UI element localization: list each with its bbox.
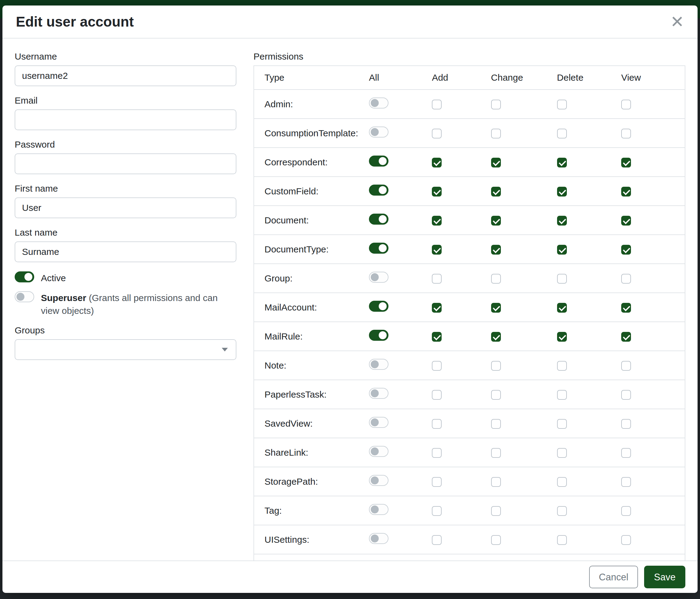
- perm-view-checkbox[interactable]: [621, 390, 631, 400]
- perm-all-toggle[interactable]: [369, 388, 389, 399]
- perm-delete-checkbox[interactable]: [557, 390, 567, 400]
- perm-all-toggle[interactable]: [369, 185, 389, 196]
- perm-all-toggle[interactable]: [369, 359, 389, 370]
- last-name-input[interactable]: [15, 241, 236, 262]
- perm-all-toggle[interactable]: [369, 126, 389, 138]
- perm-delete-checkbox[interactable]: [557, 187, 567, 196]
- perm-add-checkbox[interactable]: [432, 245, 442, 255]
- close-button[interactable]: ✕: [670, 14, 684, 30]
- perm-add-checkbox[interactable]: [432, 390, 442, 400]
- perm-change-checkbox[interactable]: [491, 216, 501, 225]
- perm-delete-checkbox[interactable]: [557, 245, 567, 255]
- superuser-toggle[interactable]: [15, 291, 34, 302]
- perm-change-checkbox[interactable]: [491, 506, 501, 516]
- perm-view-checkbox[interactable]: [621, 332, 631, 342]
- perm-all-toggle[interactable]: [369, 330, 389, 341]
- perm-add-checkbox[interactable]: [432, 419, 442, 429]
- perm-all-toggle[interactable]: [369, 301, 389, 312]
- perm-all-toggle[interactable]: [369, 417, 389, 428]
- perm-all-toggle[interactable]: [369, 214, 389, 224]
- perm-view-checkbox[interactable]: [621, 419, 631, 429]
- perm-add-checkbox[interactable]: [432, 187, 442, 196]
- perm-add-checkbox[interactable]: [432, 216, 442, 225]
- permission-row: User:: [254, 554, 685, 560]
- perm-add-checkbox[interactable]: [432, 477, 442, 487]
- perm-add-checkbox[interactable]: [432, 448, 442, 458]
- perm-add-checkbox[interactable]: [432, 129, 442, 139]
- groups-select[interactable]: [15, 339, 236, 360]
- perm-delete-checkbox[interactable]: [557, 535, 567, 545]
- perm-change-checkbox[interactable]: [491, 187, 501, 196]
- perm-view-checkbox[interactable]: [621, 448, 631, 458]
- perm-view-checkbox[interactable]: [621, 245, 631, 255]
- perm-all-toggle[interactable]: [369, 446, 389, 457]
- perm-view-checkbox[interactable]: [621, 129, 631, 139]
- perm-change-checkbox[interactable]: [491, 448, 501, 458]
- perm-delete-checkbox[interactable]: [557, 129, 567, 139]
- perm-add-checkbox[interactable]: [432, 535, 442, 545]
- perm-change-checkbox[interactable]: [491, 535, 501, 545]
- perm-change-checkbox[interactable]: [491, 129, 501, 139]
- perm-view-checkbox[interactable]: [621, 158, 631, 167]
- perm-delete-checkbox[interactable]: [557, 100, 567, 110]
- username-input[interactable]: [15, 65, 236, 86]
- perm-add-checkbox[interactable]: [432, 158, 442, 167]
- perm-view-checkbox[interactable]: [621, 216, 631, 225]
- perm-delete-checkbox[interactable]: [557, 361, 567, 371]
- perm-change-checkbox[interactable]: [491, 477, 501, 487]
- perm-delete-checkbox[interactable]: [557, 332, 567, 342]
- first-name-input[interactable]: [15, 197, 236, 218]
- perm-all-toggle[interactable]: [369, 155, 389, 167]
- cancel-button[interactable]: Cancel: [589, 566, 638, 588]
- perm-change-checkbox[interactable]: [491, 303, 501, 313]
- perm-type-label: ShareLink:: [265, 448, 308, 457]
- perm-change-checkbox[interactable]: [491, 100, 501, 110]
- perm-delete-checkbox[interactable]: [557, 477, 567, 487]
- perm-view-checkbox[interactable]: [621, 274, 631, 284]
- perm-change-checkbox[interactable]: [491, 158, 501, 167]
- perm-add-checkbox[interactable]: [432, 274, 442, 284]
- permission-row: UISettings:: [254, 525, 685, 554]
- perm-change-checkbox[interactable]: [491, 361, 501, 371]
- perm-view-checkbox[interactable]: [621, 535, 631, 545]
- perm-change-checkbox[interactable]: [491, 332, 501, 342]
- perm-add-checkbox[interactable]: [432, 303, 442, 313]
- perm-view-checkbox[interactable]: [621, 361, 631, 371]
- perm-all-toggle[interactable]: [369, 272, 389, 283]
- perm-delete-checkbox[interactable]: [557, 274, 567, 284]
- perm-delete-checkbox[interactable]: [557, 216, 567, 225]
- toggle-knob: [371, 128, 379, 136]
- perm-all-toggle[interactable]: [369, 243, 389, 254]
- toggle-knob: [371, 99, 379, 107]
- perm-all-toggle[interactable]: [369, 475, 389, 486]
- perm-delete-checkbox[interactable]: [557, 419, 567, 429]
- perm-delete-checkbox[interactable]: [557, 303, 567, 313]
- perm-view-checkbox[interactable]: [621, 506, 631, 516]
- save-button[interactable]: Save: [644, 566, 685, 588]
- perm-all-toggle[interactable]: [369, 533, 389, 544]
- perm-add-checkbox[interactable]: [432, 361, 442, 371]
- perm-delete-checkbox[interactable]: [557, 448, 567, 458]
- perm-delete-checkbox[interactable]: [557, 506, 567, 516]
- perm-all-toggle[interactable]: [369, 97, 389, 109]
- perm-view-checkbox[interactable]: [621, 303, 631, 313]
- perm-change-checkbox[interactable]: [491, 274, 501, 284]
- perm-add-checkbox[interactable]: [432, 506, 442, 516]
- modal-header: Edit user account ✕: [2, 5, 698, 39]
- perm-type-label: SavedView:: [265, 418, 313, 429]
- perm-change-checkbox[interactable]: [491, 419, 501, 429]
- perm-change-checkbox[interactable]: [491, 245, 501, 255]
- email-input[interactable]: [15, 110, 236, 130]
- perm-view-checkbox[interactable]: [621, 187, 631, 196]
- perm-add-checkbox[interactable]: [432, 332, 442, 342]
- perm-view-checkbox[interactable]: [621, 100, 631, 110]
- perm-all-toggle[interactable]: [369, 504, 389, 515]
- perm-delete-checkbox[interactable]: [557, 158, 567, 167]
- perm-type-label: Note:: [265, 360, 286, 370]
- password-input[interactable]: [15, 153, 236, 174]
- active-toggle[interactable]: [15, 271, 34, 282]
- perm-add-checkbox[interactable]: [432, 100, 442, 110]
- perm-change-checkbox[interactable]: [491, 390, 501, 400]
- perm-view-checkbox[interactable]: [621, 477, 631, 487]
- password-group: Password: [15, 139, 236, 174]
